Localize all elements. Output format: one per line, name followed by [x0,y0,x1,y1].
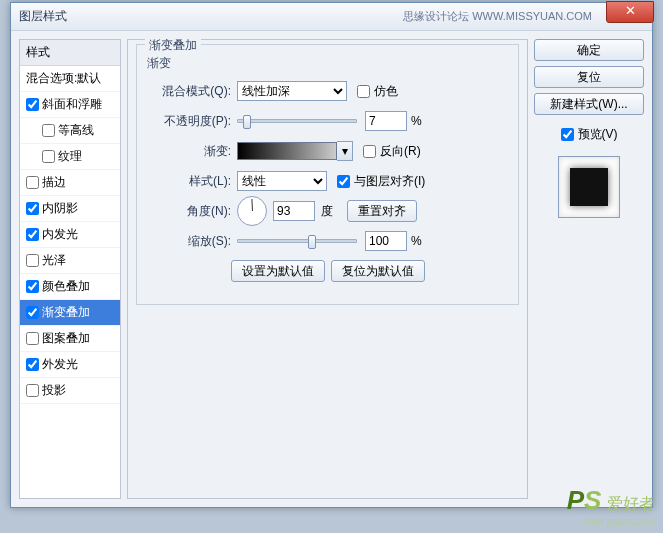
style-sidebar: 样式 混合选项:默认 斜面和浮雕等高线纹理描边内阴影内发光光泽颜色叠加渐变叠加图… [19,39,121,499]
sidebar-checkbox-3[interactable] [26,176,39,189]
sidebar-item-label: 外发光 [42,356,78,373]
sidebar-checkbox-9[interactable] [26,332,39,345]
angle-dial[interactable] [237,196,267,226]
side-buttons: 确定 复位 新建样式(W)... 预览(V) [534,39,644,499]
preview-label: 预览(V) [578,126,618,143]
style-label: 样式(L): [147,173,237,190]
opacity-input[interactable] [365,111,407,131]
sidebar-item-4[interactable]: 内阴影 [20,196,120,222]
opacity-slider[interactable] [237,119,357,123]
section-title: 渐变 [147,55,508,72]
blend-mode-select[interactable]: 线性加深 [237,81,347,101]
reset-default-button[interactable]: 复位为默认值 [331,260,425,282]
sidebar-checkbox-5[interactable] [26,228,39,241]
dither-label: 仿色 [374,83,398,100]
angle-input[interactable] [273,201,315,221]
sidebar-item-label: 斜面和浮雕 [42,96,102,113]
preview-inner [570,168,608,206]
sidebar-item-label: 纹理 [58,148,82,165]
titlebar[interactable]: 图层样式 思缘设计论坛 WWW.MISSYUAN.COM ✕ [11,3,652,31]
new-style-button[interactable]: 新建样式(W)... [534,93,644,115]
dither-checkbox[interactable] [357,85,370,98]
sidebar-item-10[interactable]: 外发光 [20,352,120,378]
sidebar-item-9[interactable]: 图案叠加 [20,326,120,352]
sidebar-item-1[interactable]: 等高线 [20,118,120,144]
sidebar-item-5[interactable]: 内发光 [20,222,120,248]
sidebar-checkbox-0[interactable] [26,98,39,111]
main-panel: 渐变叠加 渐变 混合模式(Q): 线性加深 仿色 不透明度(P): % [127,39,528,499]
sidebar-item-label: 投影 [42,382,66,399]
sidebar-item-0[interactable]: 斜面和浮雕 [20,92,120,118]
angle-label: 角度(N): [147,203,237,220]
fieldset-title: 渐变叠加 [145,37,201,54]
reset-align-button[interactable]: 重置对齐 [347,200,417,222]
window-title: 图层样式 [19,8,67,25]
align-checkbox[interactable] [337,175,350,188]
sidebar-item-label: 颜色叠加 [42,278,90,295]
scale-slider[interactable] [237,239,357,243]
sidebar-checkbox-2[interactable] [42,150,55,163]
blend-mode-label: 混合模式(Q): [147,83,237,100]
layer-style-dialog: 图层样式 思缘设计论坛 WWW.MISSYUAN.COM ✕ 样式 混合选项:默… [10,2,653,508]
sidebar-checkbox-1[interactable] [42,124,55,137]
sidebar-checkbox-4[interactable] [26,202,39,215]
scale-input[interactable] [365,231,407,251]
opacity-unit: % [411,114,422,128]
page-watermark: PS 爱好者 www.psahz.com [567,485,655,527]
gradient-preview[interactable] [237,142,337,160]
set-default-button[interactable]: 设置为默认值 [231,260,325,282]
sidebar-item-2[interactable]: 纹理 [20,144,120,170]
sidebar-item-8[interactable]: 渐变叠加 [20,300,120,326]
sidebar-header[interactable]: 样式 [20,40,120,66]
sidebar-blend-default[interactable]: 混合选项:默认 [20,66,120,92]
sidebar-item-label: 渐变叠加 [42,304,90,321]
ok-button[interactable]: 确定 [534,39,644,61]
sidebar-item-label: 描边 [42,174,66,191]
preview-checkbox[interactable] [561,128,574,141]
style-select[interactable]: 线性 [237,171,327,191]
sidebar-checkbox-10[interactable] [26,358,39,371]
close-button[interactable]: ✕ [606,1,654,23]
sidebar-item-label: 等高线 [58,122,94,139]
sidebar-item-3[interactable]: 描边 [20,170,120,196]
sidebar-item-label: 图案叠加 [42,330,90,347]
sidebar-item-label: 光泽 [42,252,66,269]
scale-label: 缩放(S): [147,233,237,250]
reverse-checkbox[interactable] [363,145,376,158]
reverse-label: 反向(R) [380,143,421,160]
align-label: 与图层对齐(I) [354,173,425,190]
sidebar-checkbox-8[interactable] [26,306,39,319]
sidebar-item-7[interactable]: 颜色叠加 [20,274,120,300]
sidebar-item-6[interactable]: 光泽 [20,248,120,274]
sidebar-item-11[interactable]: 投影 [20,378,120,404]
scale-unit: % [411,234,422,248]
cancel-button[interactable]: 复位 [534,66,644,88]
sidebar-item-label: 内阴影 [42,200,78,217]
title-watermark: 思缘设计论坛 WWW.MISSYUAN.COM [403,9,592,24]
sidebar-checkbox-11[interactable] [26,384,39,397]
sidebar-item-label: 内发光 [42,226,78,243]
angle-unit: 度 [321,203,333,220]
gradient-label: 渐变: [147,143,237,160]
sidebar-checkbox-7[interactable] [26,280,39,293]
sidebar-checkbox-6[interactable] [26,254,39,267]
opacity-label: 不透明度(P): [147,113,237,130]
preview-thumbnail [558,156,620,218]
gradient-dropdown-icon[interactable]: ▾ [337,141,353,161]
